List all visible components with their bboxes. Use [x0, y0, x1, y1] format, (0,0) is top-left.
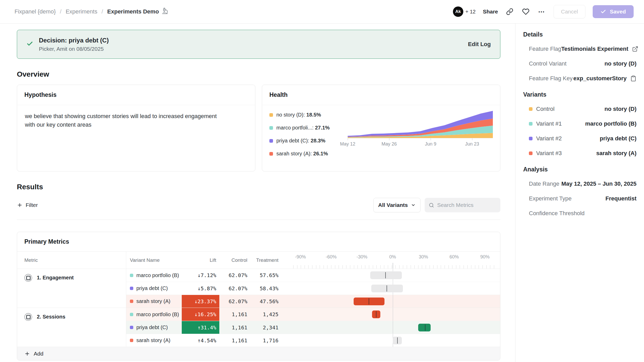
avatar-overflow-count[interactable]: + 12 [465, 9, 475, 15]
variant-color-swatch [529, 137, 533, 140]
metric-name: 1. Engagement [37, 275, 74, 281]
confidence-interval-bar [371, 285, 403, 292]
x-tick [348, 138, 348, 140]
legend-item: sarah story (A): 26.1% [269, 151, 345, 157]
legend-label: sarah story (A): 26.1% [276, 151, 328, 157]
lift-value: ↓23.37% [182, 295, 219, 308]
experiment-page: Fixpanel {demo}/Experiments/Experiments … [0, 0, 644, 362]
zero-line [393, 295, 393, 308]
favorite-heart-icon[interactable] [521, 7, 530, 16]
variant-swatch [130, 287, 133, 290]
metric-cell[interactable]: 1. Engagement [17, 269, 126, 308]
row-label: Variant #1 [536, 120, 562, 127]
check-circle-icon [26, 40, 33, 48]
health-legend: no story (D): 18.5%marco portfoli...: 27… [262, 105, 345, 171]
variant-swatch [130, 326, 133, 329]
variants-row: Variant #2priya debt (C) [523, 135, 636, 142]
hypothesis-card: Hypothesis we believe that showing custo… [17, 85, 255, 171]
row-value[interactable]: Testimonials Experiment [561, 46, 628, 52]
details-heading: Details [523, 31, 636, 38]
zero-line [393, 321, 393, 334]
treatment-value: 58.43% [250, 282, 282, 295]
row-value: no story (D) [605, 106, 636, 112]
metric-variant-row[interactable]: marco portfolio (B)↓7.12%62.07%57.65% [126, 269, 500, 282]
lift-value: ↓5.87% [182, 282, 219, 295]
add-filter-button[interactable]: Filter [17, 202, 38, 208]
breadcrumb-item[interactable]: Experiments Demo [107, 8, 168, 16]
ci-center-tick [397, 337, 398, 344]
lift-cell: ↓5.87% [182, 282, 219, 295]
metric-cell[interactable]: 2. Sessions [17, 308, 126, 347]
metric-target-icon [24, 313, 32, 321]
microscope-icon [162, 8, 168, 16]
row-value[interactable]: exp_customerStory [573, 75, 627, 82]
lift-cell: ↑4.54% [182, 334, 219, 347]
breadcrumb: Fixpanel {demo}/Experiments/Experiments … [15, 8, 168, 16]
metric-variant-row[interactable]: marco portfolio (B)↓16.25%1,1611,425 [126, 308, 500, 321]
copy-link-icon[interactable] [505, 7, 514, 16]
x-tick-label: May 12 [340, 141, 355, 147]
plus-icon [17, 202, 23, 208]
details-section: Details Feature FlagTestimonials Experim… [523, 31, 636, 82]
variant-filter-dropdown[interactable]: All Variants [373, 198, 421, 212]
legend-item: marco portfoli...: 27.1% [269, 125, 345, 131]
ci-center-tick [376, 311, 376, 317]
analysis-row: Confidence Threshold [523, 210, 636, 217]
variant-name: marco portfolio (B) [136, 272, 179, 278]
lift-cell: ↑31.4% [182, 321, 219, 334]
results-heading: Results [17, 183, 500, 191]
confidence-interval-bar [370, 271, 402, 279]
row-value: Frequentist [605, 195, 636, 202]
external-link-icon[interactable] [632, 46, 638, 52]
variant-swatch [130, 339, 133, 342]
main-content: Decision: priya debt (C) Picker, Amit on… [0, 24, 515, 362]
metrics-table-header: Metric Variant Name Lift Control Treatme… [17, 252, 500, 269]
details-sidebar: Details Feature FlagTestimonials Experim… [515, 24, 644, 362]
row-label: Confidence Threshold [529, 210, 585, 217]
treatment-value: 1,716 [250, 334, 282, 347]
confidence-interval-cell [293, 321, 494, 334]
cancel-button[interactable]: Cancel [554, 5, 585, 18]
metric-variant-row[interactable]: priya debt (C)↑31.4%1,1612,341 [126, 321, 500, 334]
variant-cell: priya debt (C) [126, 282, 182, 295]
lift-cell: ↓7.12% [182, 269, 219, 282]
saved-button[interactable]: Saved [593, 5, 634, 18]
axis-tick-label: 60% [450, 254, 459, 260]
check-icon [600, 9, 606, 15]
confidence-interval-cell [293, 308, 494, 321]
confidence-interval-bar [418, 324, 430, 331]
more-options-icon[interactable]: ••• [537, 7, 546, 16]
avatar[interactable]: Ak [453, 6, 463, 17]
metric-variant-row[interactable]: priya debt (C)↓5.87%62.07%58.43% [126, 282, 500, 295]
lift-value: ↓7.12% [182, 269, 219, 282]
legend-label: no story (D): 18.5% [276, 112, 321, 118]
variant-swatch [130, 313, 133, 316]
variant-color-swatch [529, 122, 533, 126]
primary-metrics-title: Primary Metrics [24, 238, 69, 245]
analysis-section: Analysis Date RangeMay 12, 2025 – Jun 30… [523, 166, 636, 217]
share-button[interactable]: Share [483, 9, 498, 15]
breadcrumb-item[interactable]: Experiments [66, 8, 97, 15]
edit-log-button[interactable]: Edit Log [468, 41, 491, 48]
variant-swatch [130, 300, 133, 303]
control-value: 62.07% [219, 269, 250, 282]
variant-name: priya debt (C) [136, 324, 168, 330]
variant-name: sarah story (A) [136, 298, 170, 304]
variant-cell: sarah story (A) [126, 295, 182, 308]
variants-row: Variant #3sarah story (A) [523, 150, 636, 157]
metric-variant-row[interactable]: sarah story (A)↑4.54%1,1611,716 [126, 334, 500, 347]
gap [282, 334, 293, 347]
gap [282, 308, 293, 321]
lift-cell: ↓16.25% [182, 308, 219, 321]
treatment-value: 47.56% [250, 295, 282, 308]
control-value: 1,161 [219, 321, 250, 334]
row-label: Control [536, 106, 555, 112]
health-area-chart: May 12May 26Jun 9Jun 23 [348, 111, 493, 171]
metric-variant-row[interactable]: sarah story (A)↓23.37%62.07%47.56% [126, 295, 500, 308]
search-metrics-input[interactable] [437, 202, 496, 208]
clipboard-icon[interactable] [630, 75, 636, 82]
add-metric-button[interactable]: Add [17, 347, 500, 360]
health-card: Health no story (D): 18.5%marco portfoli… [262, 85, 500, 171]
breadcrumb-item[interactable]: Fixpanel {demo} [15, 8, 56, 15]
confidence-interval-bar [354, 298, 384, 305]
